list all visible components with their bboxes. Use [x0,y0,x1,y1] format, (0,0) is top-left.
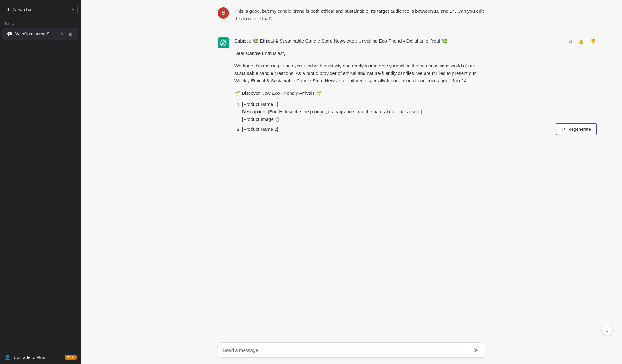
list-item: [Product Name 1] Description: [Briefly d… [242,101,485,123]
layout-icon: ⊡ [70,7,74,12]
person-icon: 👤 [4,354,11,360]
product-1-description: Description: [Briefly describe the produ… [242,108,485,116]
today-section-label: Today [0,19,81,27]
edit-chat-button[interactable]: ✎ [59,31,65,37]
user-message-content: This is good, but my candle brand is bot… [234,7,485,22]
send-icon: ➤ [473,346,479,354]
regenerate-button[interactable]: ↺ Regenerate [556,123,597,135]
chat-item-label: WooCommerce Store [15,31,56,36]
assistant-avatar [218,37,229,48]
message-input-box: ➤ [218,342,485,358]
product-list: [Product Name 1] Description: [Briefly d… [242,101,485,133]
email-greeting: Dear Candle Enthusiast, [234,50,485,57]
user-avatar: S [218,7,229,19]
main-chat-area: S This is good, but my candle brand is b… [81,0,622,364]
new-badge: NEW [65,355,77,360]
product-1-name: [Product Name 1] [242,101,485,108]
user-message-wrapper: S This is good, but my candle brand is b… [81,0,622,30]
delete-chat-button[interactable]: 🗑 [67,31,74,37]
message-actions: ⧉ 👍 👎 [568,37,597,46]
thumbs-up-button[interactable]: 👍 [577,37,585,46]
product-2-name: [Product Name 2] [242,125,485,133]
email-body: We hope this message finds you filled wi… [234,62,485,84]
layout-toggle-button[interactable]: ⊡ [67,4,78,15]
assistant-message-wrapper: Subject: 🌿 Ethical & Sustainable Candle … [81,30,622,143]
copy-button[interactable]: ⧉ [568,37,573,46]
plus-icon: + [7,6,10,13]
list-item: [Product Name 2] [242,125,485,133]
email-subject: Subject: 🌿 Ethical & Sustainable Candle … [234,37,485,45]
sidebar-item-woocommerce[interactable]: 💬 WooCommerce Store ✎ 🗑 [2,28,78,40]
message-input[interactable] [223,348,472,353]
regenerate-icon: ↺ [562,127,566,132]
upgrade-footer[interactable]: 👤 Upgrade to Plus NEW [0,351,81,364]
user-message-text: This is good, but my candle brand is bot… [234,7,485,22]
chat-messages: S This is good, but my candle brand is b… [81,0,622,337]
chat-item-actions: ✎ 🗑 [59,31,74,37]
send-button[interactable]: ➤ [472,346,480,354]
user-message-row: S This is good, but my candle brand is b… [218,7,485,22]
user-avatar-letter: S [222,10,225,16]
chat-bubble-icon: 💬 [7,31,12,36]
new-chat-label: New chat [13,7,33,12]
scroll-down-icon: ↓ [606,328,608,333]
sidebar-top: + New chat ⊡ [0,0,81,19]
upgrade-label: Upgrade to Plus [14,355,62,360]
section-header: 🌱 Discover New Eco-Friendly Arrivals 🌱 [234,89,485,97]
sidebar: + New chat ⊡ Today 💬 WooCommerce Store ✎… [0,0,81,364]
new-chat-button[interactable]: + New chat [3,4,64,15]
regenerate-label: Regenerate [568,127,591,132]
assistant-message-content: Subject: 🌿 Ethical & Sustainable Candle … [234,37,485,135]
thumbs-down-button[interactable]: 👎 [588,37,597,46]
openai-logo [220,39,227,46]
assistant-message-row: Subject: 🌿 Ethical & Sustainable Candle … [218,37,485,135]
scroll-down-button[interactable]: ↓ [601,325,613,336]
product-1-image: [Product Image 1] [242,116,485,123]
input-area: ➤ [81,337,622,364]
